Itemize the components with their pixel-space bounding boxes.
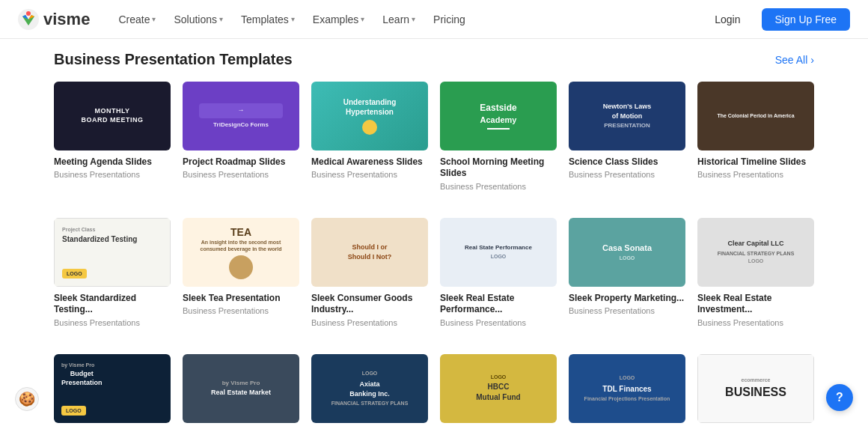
template-card[interactable]: by Visme Pro Real Estate Market Sleek CO… [183,354,299,426]
template-name: Sleek Standardized Testing... [54,293,171,316]
template-thumbnail: → TriDesignCo Forms [183,82,299,150]
help-button[interactable]: ? [826,384,853,411]
template-name: Sleek Tea Presentation [183,293,299,305]
logo[interactable]: visme [18,9,90,30]
nav-links: Create ▾ Solutions ▾ Templates ▾ Example… [111,9,703,30]
template-name: School Morning Meeting Slides [440,156,557,180]
nav-right: Login Sign Up Free [703,8,850,31]
template-name: Sleek Property Marketing... [569,293,685,305]
template-card[interactable]: The Colonial Period in America Historica… [697,82,814,191]
svg-point-1 [26,11,31,16]
template-thumbnail: ecommerce BUSINESS [697,354,814,423]
template-thumbnail: LOGO TDL Finances Financial Projections … [569,354,685,423]
chevron-right-icon: › [810,54,814,66]
template-thumbnail: Clear Capital LLC FINANCIAL STRATEGY PLA… [697,218,814,287]
template-thumbnail: Newton's Lawsof Motion PRESENTATION [569,82,685,150]
chevron-down-icon: ▾ [291,15,295,23]
nav-item-learn[interactable]: Learn ▾ [375,9,423,30]
template-thumbnail: Casa Sonata LOGO [569,218,685,287]
template-thumbnail: The Colonial Period in America [697,82,814,150]
chevron-down-icon: ▾ [412,15,415,23]
nav-item-solutions[interactable]: Solutions ▾ [166,9,230,30]
template-name: Sleek Real Estate Performance... [440,293,557,316]
template-card[interactable]: ecommerce BUSINESS Short Marketing SWOT … [697,354,814,426]
template-card[interactable]: Real State Performance LOGO Sleek Real E… [440,218,557,327]
template-row-3: by Visme Pro BudgetPresentation LOGO Sle… [54,354,814,426]
template-row-1: MONTHLYBOARD MEETING Meeting Agenda Slid… [54,82,814,191]
chevron-down-icon: ▾ [219,15,223,23]
main-content: Business Presentation Templates See All … [0,39,868,426]
nav-item-templates[interactable]: Templates ▾ [233,9,302,30]
template-card[interactable]: LOGO AxiataBanking Inc. FINANCIAL STRATE… [311,354,428,426]
template-thumbnail: LOGO HBCCMutual Fund [440,354,557,423]
template-card[interactable]: Eastside Academy School Morning Meeting … [440,82,557,191]
template-card[interactable]: UnderstandingHypertension Medical Awaren… [311,82,428,191]
template-thumbnail: Real State Performance LOGO [440,218,557,287]
chevron-down-icon: ▾ [361,15,364,23]
nav-item-examples[interactable]: Examples ▾ [305,9,372,30]
template-card[interactable]: MONTHLYBOARD MEETING Meeting Agenda Slid… [54,82,171,191]
signup-button[interactable]: Sign Up Free [762,8,850,31]
template-category: Business Presentations [440,318,557,327]
template-name: Sleek Consumer Goods Industry... [311,293,428,316]
template-card[interactable]: Project Class Standardized Testing LOGO … [54,218,171,327]
template-card[interactable]: Casa Sonata LOGO Sleek Property Marketin… [569,218,685,327]
template-card[interactable]: LOGO HBCCMutual Fund Sleek Mutual Funds … [440,354,557,426]
template-thumbnail: Eastside Academy [440,82,557,150]
template-name: Project Roadmap Slides [183,156,299,168]
template-thumbnail: by Visme Pro BudgetPresentation LOGO [54,354,171,423]
template-category: Business Presentations [311,318,428,327]
see-all-link[interactable]: See All › [775,54,814,66]
template-category: Business Presentations [569,170,685,179]
template-name: Science Class Slides [569,156,685,168]
template-thumbnail: Should I orShould I Not? [311,218,428,287]
template-name: Historical Timeline Slides [697,156,814,168]
template-thumbnail: TEA An insight into the second mostconsu… [183,218,299,287]
template-thumbnail: LOGO AxiataBanking Inc. FINANCIAL STRATE… [311,354,428,423]
template-category: Business Presentations [697,170,814,179]
nav-item-pricing[interactable]: Pricing [426,9,473,30]
template-category: Business Presentations [697,318,814,327]
template-thumbnail: UnderstandingHypertension [311,82,428,150]
template-category: Business Presentations [440,182,557,191]
template-thumbnail: by Visme Pro Real Estate Market [183,354,299,423]
template-card[interactable]: → TriDesignCo Forms Project Roadmap Slid… [183,82,299,191]
section-title: Business Presentation Templates [54,51,293,68]
template-card[interactable]: by Visme Pro BudgetPresentation LOGO Sle… [54,354,171,426]
template-card[interactable]: TEA An insight into the second mostconsu… [183,218,299,327]
template-category: Business Presentations [183,306,299,315]
nav-item-create[interactable]: Create ▾ [111,9,163,30]
template-row-2: Project Class Standardized Testing LOGO … [54,218,814,327]
template-category: Business Presentations [54,318,171,327]
template-category: Business Presentations [183,170,299,179]
template-name: Medical Awareness Slides [311,156,428,168]
template-card[interactable]: Should I orShould I Not? Sleek Consumer … [311,218,428,327]
chevron-down-icon: ▾ [152,15,156,23]
template-card[interactable]: LOGO TDL Finances Financial Projections … [569,354,685,426]
section-header: Business Presentation Templates See All … [54,51,814,68]
template-thumbnail: MONTHLYBOARD MEETING [54,82,171,150]
template-card[interactable]: Newton's Lawsof Motion PRESENTATION Scie… [569,82,685,191]
template-name: Sleek Real Estate Investment... [697,293,814,316]
logo-icon [18,9,39,30]
template-card[interactable]: Clear Capital LLC FINANCIAL STRATEGY PLA… [697,218,814,327]
template-category: Business Presentations [569,306,685,315]
cookie-button[interactable]: 🍪 [15,387,39,411]
template-thumbnail: Project Class Standardized Testing LOGO [54,218,171,287]
template-category: Business Presentations [54,170,171,179]
template-category: Business Presentations [311,170,428,179]
login-button[interactable]: Login [703,8,752,31]
template-name: Meeting Agenda Slides [54,156,171,168]
logo-text: visme [43,10,90,29]
navbar: visme Create ▾ Solutions ▾ Templates ▾ E… [0,0,868,39]
